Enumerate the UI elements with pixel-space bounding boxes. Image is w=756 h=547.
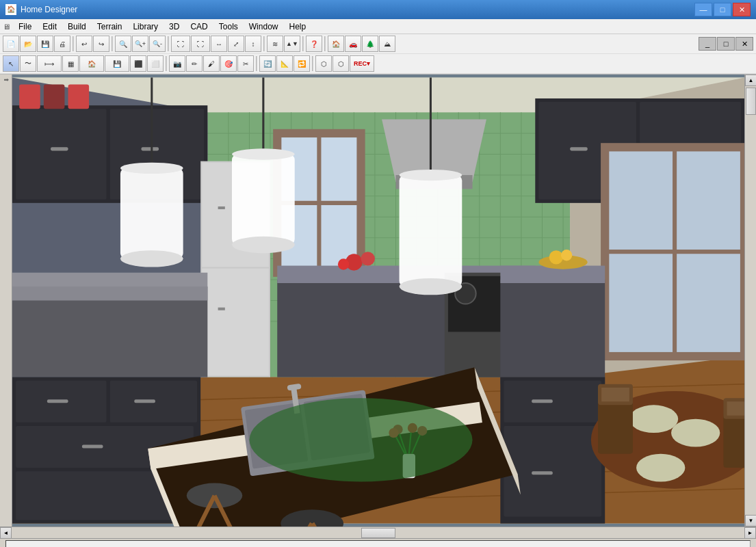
tb-new[interactable]: 📄 bbox=[3, 36, 19, 52]
sep7 bbox=[166, 56, 167, 71]
svg-point-138 bbox=[671, 419, 720, 447]
tb-paint[interactable]: 🖌 bbox=[203, 55, 220, 72]
viewport[interactable] bbox=[12, 75, 744, 526]
tb-sub-close[interactable]: ✕ bbox=[735, 37, 753, 51]
menu-build[interactable]: Build bbox=[62, 21, 92, 33]
app-icon: 🏠 bbox=[5, 4, 16, 15]
menu-terrain[interactable]: Terrain bbox=[92, 21, 128, 33]
tb-sub-maximize[interactable]: □ bbox=[717, 37, 735, 51]
tb-zoom-in[interactable]: 🔍+ bbox=[132, 36, 148, 52]
scroll-up-button[interactable]: ▲ bbox=[745, 75, 756, 86]
tb-mirror[interactable]: 🔁 bbox=[294, 55, 310, 72]
svg-point-125 bbox=[400, 170, 462, 181]
tb-wall[interactable]: ⟼ bbox=[37, 55, 62, 72]
tb-view3[interactable]: ↔ bbox=[211, 36, 227, 52]
svg-point-117 bbox=[120, 163, 183, 174]
scroll-down-button[interactable]: ▼ bbox=[745, 515, 756, 526]
tb-print[interactable]: 🖨 bbox=[54, 36, 70, 52]
scroll-thumb[interactable] bbox=[746, 88, 756, 115]
title-bar: 🏠 Home Designer — □ ✕ bbox=[0, 0, 756, 19]
svg-rect-51 bbox=[218, 308, 225, 310]
tb-sub-minimize[interactable]: _ bbox=[699, 37, 716, 51]
tb-save[interactable]: 💾 bbox=[37, 36, 53, 52]
tb-view4[interactable]: ⤢ bbox=[228, 36, 244, 52]
tb-mountain[interactable]: ⛰ bbox=[379, 36, 395, 52]
tb-undo[interactable]: ↩ bbox=[76, 36, 92, 52]
main-area: ⬆ bbox=[0, 75, 756, 547]
toolbar-row-1: 📄 📂 💾 🖨 ↩ ↪ 🔍 🔍+ 🔍- ⛶ ⛶ ↔ ⤢ ↕ ≋ ▲▼ ❓ 🏠 🚗… bbox=[0, 34, 756, 54]
menu-cad[interactable]: CAD bbox=[185, 21, 213, 33]
status-text bbox=[5, 540, 751, 548]
window-controls[interactable]: — □ ✕ bbox=[694, 3, 751, 16]
sep9 bbox=[312, 56, 313, 71]
tb-home-elev[interactable]: 🏠 bbox=[328, 36, 344, 52]
svg-rect-145 bbox=[727, 401, 744, 415]
tb-target[interactable]: 🎯 bbox=[220, 55, 237, 72]
tb-view1[interactable]: ⛶ bbox=[171, 36, 190, 52]
menu-help[interactable]: Help bbox=[283, 21, 311, 33]
svg-marker-68 bbox=[12, 286, 207, 300]
svg-rect-142 bbox=[723, 412, 744, 468]
svg-point-127 bbox=[249, 398, 472, 481]
tb-black[interactable]: ⬛ bbox=[130, 55, 146, 72]
svg-point-121 bbox=[232, 148, 295, 159]
tb-view5[interactable]: ↕ bbox=[245, 36, 261, 52]
tb-garage[interactable]: 🚗 bbox=[345, 36, 361, 52]
menu-edit[interactable]: Edit bbox=[37, 21, 62, 33]
menu-library[interactable]: Library bbox=[127, 21, 164, 33]
kitchen-scene bbox=[12, 75, 744, 526]
bottom-scroll-track[interactable] bbox=[12, 528, 744, 538]
svg-rect-90 bbox=[134, 399, 155, 403]
scroll-left-button[interactable]: ◄ bbox=[0, 527, 12, 539]
tb-zoom-out[interactable]: 🔍- bbox=[149, 36, 166, 52]
close-button[interactable]: ✕ bbox=[733, 3, 751, 16]
tb-pencil[interactable]: ✏ bbox=[186, 55, 203, 72]
tb-measure[interactable]: 📐 bbox=[276, 55, 293, 72]
svg-rect-44 bbox=[19, 85, 40, 109]
tb-transform[interactable]: ⬡ bbox=[315, 55, 332, 72]
scroll-right-button[interactable]: ► bbox=[744, 527, 756, 539]
svg-point-83 bbox=[561, 250, 572, 261]
menu-3d[interactable]: 3D bbox=[164, 21, 185, 33]
bottom-scrollbar[interactable]: ◄ ► bbox=[0, 526, 756, 538]
svg-rect-42 bbox=[51, 147, 68, 150]
menu-file[interactable]: File bbox=[13, 21, 37, 33]
maximize-button[interactable]: □ bbox=[714, 3, 731, 16]
svg-rect-40 bbox=[16, 109, 106, 199]
svg-rect-95 bbox=[532, 399, 553, 403]
sep3 bbox=[168, 36, 169, 51]
tb-camera[interactable]: 📷 bbox=[169, 55, 185, 72]
tb-floor[interactable]: 🏠 bbox=[79, 55, 104, 72]
svg-point-73 bbox=[361, 252, 375, 265]
sep4 bbox=[263, 36, 265, 51]
content-row: ⬆ bbox=[0, 75, 756, 526]
tb-record[interactable]: REC▾ bbox=[350, 55, 374, 72]
app-title: Home Designer bbox=[21, 5, 694, 14]
tb-save2[interactable]: 💾 bbox=[105, 55, 129, 72]
tb-sym2[interactable]: ▲▼ bbox=[284, 36, 300, 52]
sep1 bbox=[73, 36, 74, 51]
tb-select[interactable]: ↖ bbox=[3, 55, 19, 72]
tb-help[interactable]: ❓ bbox=[306, 36, 322, 52]
scroll-track[interactable] bbox=[745, 86, 756, 515]
minimize-button[interactable]: — bbox=[694, 3, 712, 16]
tb-rotate[interactable]: 🔄 bbox=[259, 55, 276, 72]
tb-polyline[interactable]: 〜 bbox=[20, 55, 36, 72]
tb-sym1[interactable]: ≋ bbox=[267, 36, 283, 52]
bottom-scroll-thumb[interactable] bbox=[361, 528, 395, 538]
tb-white[interactable]: ⬜ bbox=[147, 55, 164, 72]
tb-scissors[interactable]: ✂ bbox=[237, 55, 254, 72]
tb-open[interactable]: 📂 bbox=[20, 36, 36, 52]
menu-bar: 🖥 File Edit Build Terrain Library 3D CAD… bbox=[0, 19, 756, 34]
tb-view2[interactable]: ⛶ bbox=[191, 36, 210, 52]
right-scrollbar[interactable]: ▲ ▼ bbox=[744, 75, 756, 526]
tb-transform2[interactable]: ⬡ bbox=[333, 55, 349, 72]
tb-terrain2[interactable]: 🌲 bbox=[362, 36, 378, 52]
menu-window[interactable]: Window bbox=[244, 21, 284, 33]
sep6 bbox=[324, 36, 326, 51]
tb-room[interactable]: ▦ bbox=[62, 55, 79, 72]
tb-zoom-fit[interactable]: 🔍 bbox=[115, 36, 131, 52]
svg-point-122 bbox=[232, 237, 295, 253]
menu-tools[interactable]: Tools bbox=[213, 21, 244, 33]
tb-redo[interactable]: ↪ bbox=[93, 36, 109, 52]
